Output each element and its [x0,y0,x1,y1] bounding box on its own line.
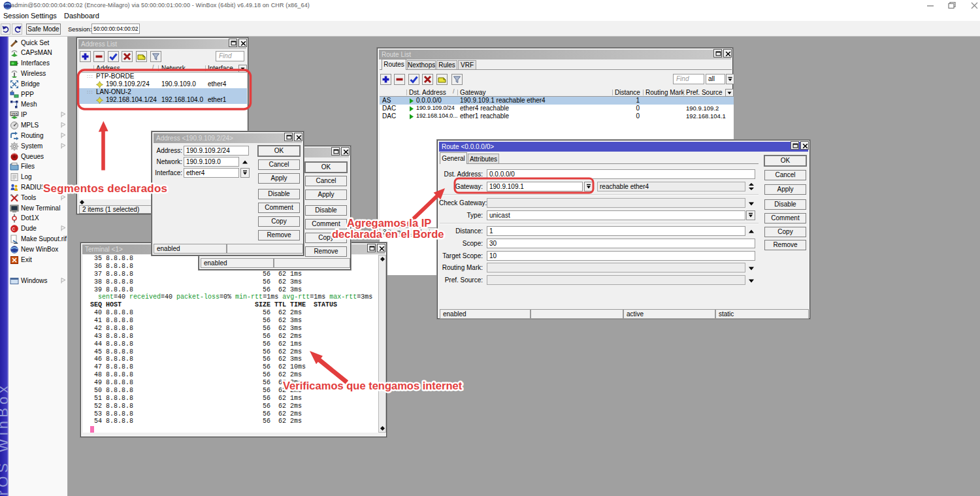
svg-text:Segmentos declarados: Segmentos declarados [43,182,167,195]
svg-text:declarada en el Borde: declarada en el Borde [332,228,444,240]
svg-text:Verificamos que tengamos inter: Verificamos que tengamos internet [283,380,463,391]
svg-text:Agregamos la IP: Agregamos la IP [347,217,431,229]
